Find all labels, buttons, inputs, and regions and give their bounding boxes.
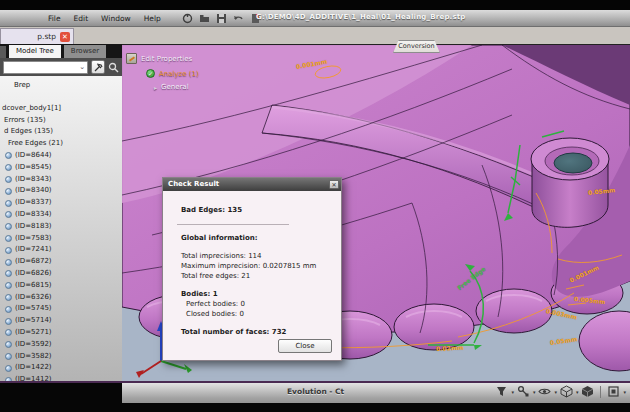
tree-filter-input[interactable] [4, 64, 79, 71]
tree-item-label: (ID=7241) [15, 244, 52, 256]
tree-item-id[interactable]: (ID=6826) [0, 268, 122, 280]
caret-icon[interactable]: ▾ [511, 389, 514, 395]
tree-item-label: (ID=8183) [15, 221, 52, 233]
tab-browser[interactable]: Browser [64, 45, 106, 58]
status-bar: Evolution - Ct ▾ ▾ ▾ ▾ ▾ [122, 383, 630, 403]
tree-filter-combobox[interactable]: ⌄ [3, 61, 88, 74]
edge-sphere-icon [5, 270, 12, 277]
view-toolbar: ▾ ▾ ▾ ▾ ▾ [495, 385, 626, 398]
menu-help[interactable]: Help [144, 14, 161, 23]
edge-sphere-icon [5, 294, 12, 301]
status-text: Evolution - Ct [287, 387, 344, 396]
document-tab-bar: p.stp ✕ [0, 27, 630, 44]
caret-icon[interactable]: ▾ [576, 389, 579, 395]
hidden-tab-sliver[interactable] [0, 46, 6, 58]
menu-edit[interactable]: Edit [74, 14, 89, 23]
caret-icon[interactable]: ▾ [554, 389, 557, 395]
selection-pin-icon[interactable] [517, 385, 530, 398]
tree-item-label: (ID=5271) [15, 327, 52, 339]
dialog-close-icon[interactable]: ✕ [329, 180, 339, 189]
edge-sphere-icon [5, 365, 12, 372]
clipping-box-icon[interactable] [607, 385, 620, 398]
tree-item[interactable]: d Edges (135) [0, 126, 122, 138]
tree-item-label: (ID=8644) [15, 150, 52, 162]
tree-item-label: (ID=1422) [15, 362, 52, 374]
search-icon[interactable] [108, 62, 119, 73]
tree-item-label: (ID=8334) [15, 209, 52, 221]
edge-sphere-icon [5, 200, 12, 207]
bottom-area: Evolution - Ct ▾ ▾ ▾ ▾ ▾ [0, 381, 630, 412]
toolbar-divider [600, 386, 601, 398]
tree-item-id[interactable]: (ID=5714) [0, 315, 122, 327]
tool-icon[interactable] [126, 53, 137, 64]
filter-icon[interactable] [495, 385, 508, 398]
tree-item-id[interactable]: (ID=6872) [0, 256, 122, 268]
edge-sphere-icon [5, 211, 12, 218]
tree-item-id[interactable]: (ID=5745) [0, 303, 122, 315]
document-tab[interactable]: p.stp ✕ [0, 28, 74, 44]
window-title: G:\DEMO\4D_ADDITIVE\1_Heal\01_Healing_Br… [256, 13, 466, 21]
panel-tab-bar: Model Tree Browser [0, 44, 122, 58]
total-imprecisions: Total imprecisions: 114 [181, 251, 331, 261]
conversion-tab[interactable]: Conversion [393, 40, 440, 53]
tree-item-id[interactable]: (ID=8183) [0, 221, 122, 233]
general-link[interactable]: General [161, 83, 189, 91]
total-faces: Total number of faces: 732 [181, 327, 331, 337]
caret-icon[interactable]: ▾ [623, 389, 626, 395]
wireframe-cube-icon[interactable] [560, 385, 573, 398]
tree-item-id[interactable]: (ID=7583) [0, 233, 122, 245]
tree-item-id[interactable]: (ID=8334) [0, 209, 122, 221]
chevron-down-icon[interactable]: ⌄ [79, 64, 87, 71]
tree-item[interactable]: Brep [0, 80, 122, 92]
expander-icon[interactable]: ▸ [154, 84, 157, 91]
tree-item-id[interactable]: (ID=8340) [0, 185, 122, 197]
close-button[interactable]: Close [278, 339, 332, 353]
tree-item-label: (ID=6815) [15, 280, 52, 292]
undo-icon[interactable] [233, 13, 244, 24]
edge-sphere-icon [5, 329, 12, 336]
open-folder-icon[interactable] [199, 13, 210, 24]
shaded-cube-icon[interactable] [581, 385, 594, 398]
edge-sphere-icon [5, 259, 12, 266]
check-icon: ✓ [146, 69, 155, 78]
tree-item-id[interactable]: (ID=8337) [0, 197, 122, 209]
tree-item-label: (ID=3582) [15, 351, 52, 363]
edge-sphere-icon [5, 306, 12, 313]
document-tab-label: p.stp [37, 32, 56, 41]
analyze-link[interactable]: Analyze (1) [159, 70, 199, 78]
edge-sphere-icon [5, 353, 12, 360]
window-top-strip [0, 0, 630, 10]
tree-item-id[interactable]: (ID=6326) [0, 292, 122, 304]
tab-model-tree[interactable]: Model Tree [9, 45, 61, 58]
caret-icon[interactable]: ▾ [533, 389, 536, 395]
total-free-edges: Total free edges: 21 [181, 271, 331, 281]
tree-item-label: (ID=6326) [15, 292, 52, 304]
tree-item-label: (ID=6872) [15, 256, 52, 268]
visibility-eye-icon[interactable] [538, 385, 551, 398]
tree-item-id[interactable]: (ID=1422) [0, 362, 122, 374]
tree-item-label: (ID=8337) [15, 197, 52, 209]
filter-tool-button[interactable] [91, 60, 105, 74]
tree-item-id[interactable]: (ID=8644) [0, 150, 122, 162]
menu-window[interactable]: Window [101, 14, 131, 23]
tree-item[interactable]: dcover_body1[1] [0, 103, 122, 115]
menu-file[interactable]: File [48, 14, 61, 23]
tab-close-icon[interactable]: ✕ [60, 32, 70, 42]
tree-item-id[interactable]: (ID=8343) [0, 174, 122, 186]
tree-item-id[interactable]: (ID=5271) [0, 327, 122, 339]
tree-item-id[interactable]: (ID=6815) [0, 280, 122, 292]
tree-item[interactable]: Errors (135) [0, 115, 122, 127]
save-icon[interactable] [216, 13, 227, 24]
max-imprecision: Maximum imprecision: 0.0207815 mm [181, 261, 331, 271]
tree-item-label: (ID=8343) [15, 174, 52, 186]
tree-item-id[interactable]: (ID=8545) [0, 162, 122, 174]
tree-item-id[interactable]: (ID=7241) [0, 244, 122, 256]
tree-item-id[interactable]: (ID=3592) [0, 339, 122, 351]
dialog-titlebar[interactable]: Check Result ✕ [163, 178, 341, 191]
tree-item-id[interactable]: (ID=3582) [0, 351, 122, 363]
tree-item-label: (ID=5714) [15, 315, 52, 327]
quick-toolbar [182, 13, 261, 24]
closed-bodies: Closed bodies: 0 [181, 309, 331, 319]
settings-icon[interactable] [182, 13, 193, 24]
tree-item[interactable]: Free Edges (21) [0, 138, 122, 150]
